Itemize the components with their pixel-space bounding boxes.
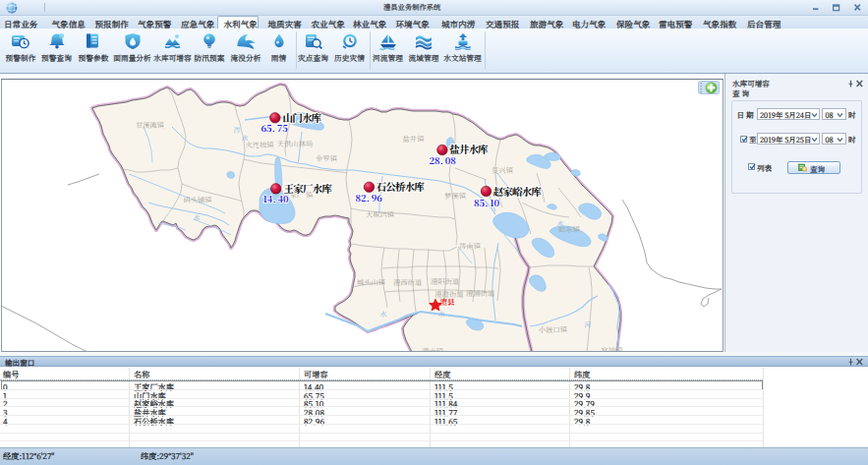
svg-text:城头山镇: 城头山镇: [357, 277, 386, 287]
svg-text:梦溪镇: 梦溪镇: [444, 191, 467, 201]
svg-text:码头铺镇: 码头铺镇: [183, 195, 212, 204]
svg-text:官垸镇: 官垸镇: [602, 345, 624, 352]
svg-text:澧阳街道: 澧阳街道: [431, 276, 460, 286]
svg-text:水: 水: [242, 133, 249, 143]
svg-text:赵家峪水库: 赵家峪水库: [493, 184, 543, 199]
svg-text:澧南镇: 澧南镇: [422, 346, 444, 351]
svg-text:复兴镇: 复兴镇: [492, 165, 514, 175]
svg-text:王家厂水库: 王家厂水库: [284, 181, 333, 196]
svg-text:盐井镇: 盐井镇: [403, 134, 426, 144]
svg-text:小渡口镇: 小渡口镇: [539, 324, 568, 334]
svg-text:甘溪滩镇: 甘溪滩镇: [136, 120, 165, 130]
svg-text:水: 水: [194, 212, 201, 222]
svg-text:85. 10: 85. 10: [474, 196, 500, 209]
svg-text:65. 75: 65. 75: [261, 121, 289, 135]
svg-text:火连坡镇: 火连坡镇: [245, 140, 274, 149]
svg-text:山门水库: 山门水库: [283, 110, 322, 125]
svg-text:河: 河: [585, 320, 592, 329]
svg-text:金罗镇: 金罗镇: [316, 153, 338, 163]
svg-text:82. 96: 82. 96: [356, 191, 383, 204]
svg-text:涔南镇: 涔南镇: [459, 241, 482, 251]
svg-text:水: 水: [557, 218, 564, 228]
svg-text:大堰垱镇: 大堰垱镇: [366, 209, 395, 219]
svg-text:天供山林场: 天供山林场: [277, 139, 313, 148]
svg-text:石公桥水库: 石公桥水库: [376, 179, 426, 194]
svg-text:澧浦街道: 澧浦街道: [466, 288, 495, 298]
svg-text:澧县: 澧县: [440, 296, 456, 307]
svg-text:水: 水: [380, 309, 387, 319]
svg-text:28. 08: 28. 08: [430, 153, 457, 167]
svg-text:澧西街道: 澧西街道: [393, 277, 423, 287]
svg-text:涔: 涔: [234, 125, 241, 135]
svg-text:14. 40: 14. 40: [263, 192, 290, 205]
